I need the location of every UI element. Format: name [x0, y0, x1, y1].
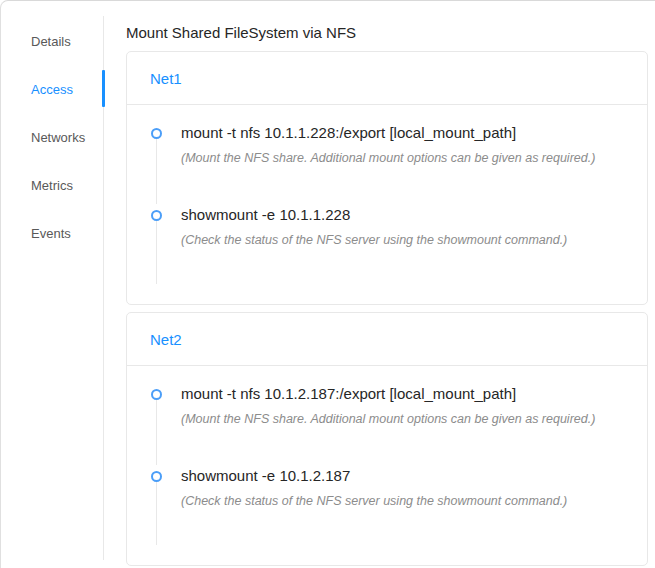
- timeline-tail: [156, 399, 157, 465]
- timeline-dot-icon: [151, 128, 162, 139]
- tab-access[interactable]: Access: [1, 65, 105, 113]
- tab-metrics[interactable]: Metrics: [1, 161, 105, 209]
- card-net1: Net1 mount -t nfs 10.1.1.228:/export [lo…: [126, 51, 648, 305]
- sidebar-tabs: Details Access Networks Metrics Events: [1, 1, 105, 568]
- showmount-command: showmount -e 10.1.2.187: [181, 465, 623, 487]
- card-net1-body: mount -t nfs 10.1.1.228:/export [local_m…: [127, 105, 647, 304]
- tab-panel-access: Mount Shared FileSystem via NFS Net1 mou…: [105, 1, 655, 568]
- filesystem-access-panel: Details Access Networks Metrics Events M…: [0, 0, 655, 568]
- timeline-tail: [156, 220, 157, 284]
- mount-command: mount -t nfs 10.1.1.228:/export [local_m…: [181, 122, 623, 144]
- timeline-item-mount: mount -t nfs 10.1.1.228:/export [local_m…: [151, 122, 623, 204]
- page-title: Mount Shared FileSystem via NFS: [126, 23, 648, 42]
- tab-networks[interactable]: Networks: [1, 113, 105, 161]
- tab-details[interactable]: Details: [1, 17, 105, 65]
- card-net2: Net2 mount -t nfs 10.1.2.187:/export [lo…: [126, 312, 648, 566]
- mount-command-description: (Mount the NFS share. Additional mount o…: [181, 411, 623, 427]
- timeline-tail: [156, 138, 157, 204]
- showmount-command-description: (Check the status of the NFS server usin…: [181, 232, 623, 248]
- showmount-command-description: (Check the status of the NFS server usin…: [181, 493, 623, 509]
- timeline-item-showmount: showmount -e 10.1.1.228 (Check the statu…: [151, 204, 623, 284]
- mount-command: mount -t nfs 10.1.2.187:/export [local_m…: [181, 383, 623, 405]
- tab-events[interactable]: Events: [1, 209, 105, 257]
- mount-command-description: (Mount the NFS share. Additional mount o…: [181, 150, 623, 166]
- timeline-item-showmount: showmount -e 10.1.2.187 (Check the statu…: [151, 465, 623, 545]
- timeline-dot-icon: [151, 471, 162, 482]
- showmount-command: showmount -e 10.1.1.228: [181, 204, 623, 226]
- timeline-item-mount: mount -t nfs 10.1.2.187:/export [local_m…: [151, 383, 623, 465]
- timeline-dot-icon: [151, 210, 162, 221]
- timeline-tail: [156, 481, 157, 545]
- timeline-dot-icon: [151, 389, 162, 400]
- card-net2-title: Net2: [127, 313, 647, 366]
- active-tab-indicator: [102, 70, 105, 107]
- card-net1-title: Net1: [127, 52, 647, 105]
- card-net2-body: mount -t nfs 10.1.2.187:/export [local_m…: [127, 366, 647, 565]
